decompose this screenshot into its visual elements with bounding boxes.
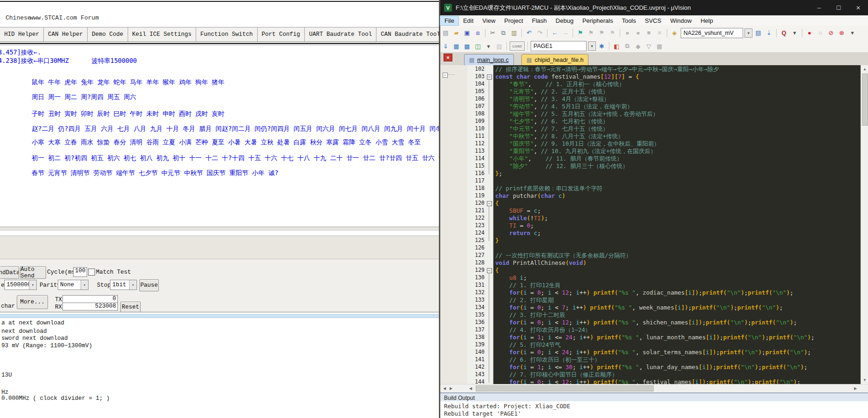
download-load-icon[interactable]: LOAD xyxy=(510,41,525,51)
new-file-icon[interactable]: ▤ xyxy=(441,28,451,38)
baudrate-select[interactable]: 1500000 ▾ xyxy=(4,280,37,290)
next-bookmark-icon[interactable]: ⚑ xyxy=(586,28,596,38)
redo-icon[interactable]: ↷ xyxy=(535,28,545,38)
undo-icon[interactable]: ↶ xyxy=(524,28,534,38)
scroll-down-icon[interactable]: ▼ xyxy=(863,378,867,382)
menu-peripherals[interactable]: Peripherals xyxy=(578,16,617,25)
navigate-forward-icon[interactable]: → xyxy=(560,28,570,38)
code-editor[interactable]: // 排序逻辑：春节→元宵→清明→劳动节→端午→七夕→中元→中秋→国庆→重阳→小… xyxy=(493,65,861,384)
manage-layout-icon[interactable]: ◆ xyxy=(633,41,643,51)
menu-file[interactable]: File xyxy=(440,16,458,25)
fold-collapse-icon[interactable]: − xyxy=(487,74,492,80)
indent-icon[interactable]: » xyxy=(622,28,632,38)
language-link[interactable]: Chinese xyxy=(6,14,31,21)
menu-edit[interactable]: Edit xyxy=(459,16,478,25)
menu-debug[interactable]: Debug xyxy=(552,16,578,25)
target-dropdown-icon[interactable]: ▾ xyxy=(588,41,596,51)
hscroll-thumb[interactable] xyxy=(476,385,654,391)
disable-breakpoints-icon[interactable]: ⊗ xyxy=(837,28,847,38)
tool-tab-port-config[interactable]: Port Config xyxy=(258,27,305,41)
panel-scroll-right-icon[interactable]: ▶ xyxy=(450,386,452,391)
prev-bookmark-icon[interactable]: ⚑ xyxy=(597,28,607,38)
pause-button[interactable]: Pause xyxy=(139,279,159,291)
build-target-icon[interactable]: ▦ xyxy=(451,41,461,51)
save-all-icon[interactable]: ⧈ xyxy=(473,28,483,38)
panel-scroll-left-icon[interactable]: ◀ xyxy=(443,386,446,391)
tool-tab-uart-baudrate-tool[interactable]: UART Baudrate Tool xyxy=(305,27,376,41)
navigate-back-icon[interactable]: ← xyxy=(550,28,560,38)
menu-help[interactable]: Help xyxy=(697,16,718,25)
panel-close-icon[interactable]: ✕ xyxy=(444,54,452,61)
menu-window[interactable]: Window xyxy=(666,16,696,25)
build-dropdown-icon[interactable]: ▾ xyxy=(484,41,493,51)
tool-tab-can-helper[interactable]: CAN Helper xyxy=(44,27,88,41)
paste-icon[interactable]: ▥ xyxy=(509,28,519,38)
tool-tab-demo-code[interactable]: Demo Code xyxy=(88,27,128,41)
cut-icon[interactable]: ✂ xyxy=(488,28,498,38)
tool-tab-can-baudrate-tool[interactable]: CAN Baudrate Tool xyxy=(376,27,439,41)
insert-bookmark-icon[interactable]: ⚑ xyxy=(575,28,585,38)
receive-area[interactable]: 3.457]接收←.4.238]接收←串口30MHZ 波特率1500000鼠年 … xyxy=(0,46,439,227)
file-tab-main-loop-c[interactable]: ▤main_loop.c xyxy=(464,54,514,66)
breakpoint-dropdown-icon[interactable]: ▾ xyxy=(847,28,857,38)
menu-svcs[interactable]: SVCS xyxy=(641,16,665,25)
mesh-icon[interactable]: ▦ xyxy=(655,41,664,51)
comment-icon[interactable]: ≡ xyxy=(644,28,654,38)
more-button[interactable]: More... xyxy=(17,295,48,309)
find-in-files-icon[interactable]: ▤ xyxy=(753,28,763,38)
menu-flash[interactable]: Flash xyxy=(528,16,551,25)
tool-tab-keil-ice-settings[interactable]: Keil ICE Settings xyxy=(128,27,197,41)
editor-hscrollbar[interactable]: ◀ ▶ ◀ ▶ xyxy=(440,384,868,392)
website-forum-link[interactable]: www.STCAI.com Forum xyxy=(30,14,99,21)
match-test-checkbox[interactable] xyxy=(88,269,95,276)
find-bookmark-folder-icon[interactable]: ◈ xyxy=(670,28,679,38)
manage-books-icon[interactable]: ⧉ xyxy=(622,41,632,51)
scroll-up-icon[interactable]: ▲ xyxy=(863,67,867,71)
menu-project[interactable]: Project xyxy=(500,16,527,25)
build-output-header[interactable]: Build Output xyxy=(440,392,868,402)
scroll-right-icon[interactable]: ▶ xyxy=(854,386,857,391)
enable-breakpoint-icon[interactable]: ○ xyxy=(815,28,825,38)
stop-build-icon[interactable]: ▨ xyxy=(494,41,504,51)
menu-view[interactable]: View xyxy=(478,16,499,25)
chevron-down-icon[interactable]: ▾ xyxy=(129,280,137,290)
copy-icon[interactable]: ⧉ xyxy=(499,28,508,38)
filter-icon[interactable]: ▽ xyxy=(644,41,654,51)
search-text-combo[interactable]: NA226_vshunt_mV xyxy=(681,28,743,38)
tool-tab-hid-helper[interactable]: HID Helper xyxy=(0,27,44,41)
kill-breakpoints-icon[interactable]: ⊘ xyxy=(826,28,836,38)
close-icon[interactable]: ✕ xyxy=(848,0,868,15)
target-select-combo[interactable]: PAGE1 xyxy=(531,41,587,51)
tree-collapse-icon[interactable]: − xyxy=(443,73,448,78)
menu-tools[interactable]: Tools xyxy=(618,16,640,25)
incremental-find-icon[interactable]: ⇣ xyxy=(764,28,774,38)
reset-button[interactable]: Reset xyxy=(120,302,141,312)
maximize-icon[interactable]: ☐ xyxy=(829,0,848,15)
scroll-left-icon[interactable]: ◀ xyxy=(469,386,472,391)
open-file-icon[interactable]: ▰ xyxy=(451,28,461,38)
cycle-input[interactable]: 100 xyxy=(73,267,87,277)
save-icon[interactable]: ▣ xyxy=(462,28,472,38)
auto-send-button[interactable]: Auto Send xyxy=(20,266,46,279)
minimize-icon[interactable]: ─ xyxy=(809,0,829,15)
chevron-down-icon[interactable]: ▾ xyxy=(29,280,36,290)
send-data-button[interactable]: ndData xyxy=(0,266,19,279)
build-output-panel[interactable]: Rebuild started: Project: Xliao_CODERebu… xyxy=(440,401,868,418)
parity-select[interactable]: None ▾ xyxy=(58,280,89,290)
fold-collapse-icon[interactable]: − xyxy=(487,201,492,206)
combo-dropdown-icon[interactable]: ▾ xyxy=(745,28,752,38)
stop-bits-select[interactable]: 1bit ▾ xyxy=(110,280,137,290)
chevron-down-icon[interactable]: ▾ xyxy=(81,280,88,290)
outdent-icon[interactable]: « xyxy=(633,28,643,38)
quick-find-icon[interactable]: Q xyxy=(779,28,789,38)
vscroll-thumb[interactable] xyxy=(862,74,868,126)
quick-find-dropdown-icon[interactable]: ▾ xyxy=(790,28,800,38)
title-bar[interactable]: V F:\立创EDA缓存文件\UART-2MCU - 副本\Xiaoliao_P… xyxy=(440,0,868,15)
batch-build-icon[interactable]: ◫ xyxy=(473,41,483,51)
target-options-icon[interactable]: ✱ xyxy=(597,41,607,51)
clear-bookmarks-icon[interactable]: ⚑ xyxy=(608,28,617,38)
fold-collapse-icon[interactable]: − xyxy=(487,268,492,273)
toggle-breakpoint-icon[interactable]: ● xyxy=(805,28,814,38)
translate-file-icon[interactable]: ⇓ xyxy=(441,41,451,51)
manage-components-icon[interactable]: ◧ xyxy=(612,41,622,51)
